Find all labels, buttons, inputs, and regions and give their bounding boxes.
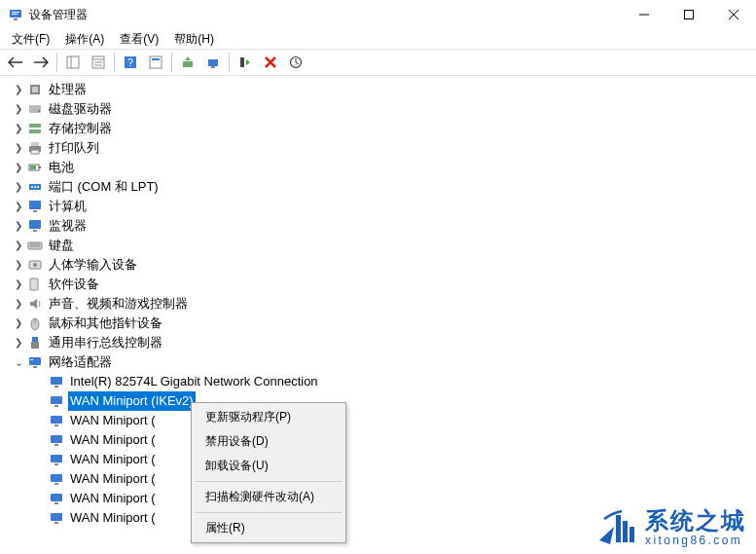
category-label: 处理器 [47,80,89,99]
ctx-update-driver[interactable]: 更新驱动程序(P) [194,405,343,429]
adapter-label: WAN Miniport ( [68,469,158,489]
expand-arrow-icon[interactable]: ❯ [12,333,25,352]
tree-item-adapter[interactable]: Intel(R) 82574L Gigabit Network Connecti… [33,372,756,391]
close-button[interactable] [711,0,756,29]
collapse-arrow-icon[interactable]: ⌄ [12,352,25,372]
context-menu: 更新驱动程序(P) 禁用设备(D) 卸载设备(U) 扫描检测硬件改动(A) 属性… [191,402,346,543]
expand-arrow-icon[interactable]: ❯ [12,294,25,314]
expand-arrow-icon[interactable]: ❯ [12,80,25,99]
tree-item-adapter[interactable]: WAN Miniport ( [33,411,756,430]
expand-arrow-icon[interactable]: ❯ [12,138,25,158]
scan-hardware-button[interactable] [201,51,225,74]
action-button[interactable] [144,51,167,74]
ctx-properties[interactable]: 属性(R) [194,516,343,540]
menu-view[interactable]: 查看(V) [112,29,166,49]
back-button[interactable] [4,51,27,74]
tree-item-adapter[interactable]: WAN Miniport ( [33,508,756,528]
svg-rect-18 [183,61,193,67]
tree-category[interactable]: ❯ 计算机 [12,197,756,216]
expand-arrow-icon[interactable]: ❯ [12,158,25,177]
tree-item-adapter[interactable]: WAN Miniport ( [33,469,756,489]
tree-item-adapter[interactable]: WAN Miniport ( [33,450,756,469]
category-label: 电池 [47,158,76,177]
svg-rect-32 [31,142,39,146]
update-driver-button[interactable] [176,51,199,74]
ctx-scan-hardware[interactable]: 扫描检测硬件改动(A) [194,485,343,509]
svg-rect-44 [33,230,37,232]
forward-button[interactable] [29,51,53,74]
software-icon [27,277,43,292]
tree-category[interactable]: ❯ 端口 (COM 和 LPT) [12,177,756,197]
svg-rect-62 [51,416,62,424]
properties-button[interactable] [87,51,110,74]
svg-rect-71 [54,502,58,504]
battery-icon [27,160,43,175]
printer-icon [27,140,43,156]
category-label: 软件设备 [47,275,101,294]
svg-rect-73 [54,522,58,524]
expand-arrow-icon[interactable]: ❯ [12,119,25,138]
watermark-url: xitong86.com [645,535,746,546]
tree-category[interactable]: ❯ 鼠标和其他指针设备 [12,314,756,333]
category-label: 鼠标和其他指针设备 [47,314,164,333]
expand-arrow-icon[interactable]: ❯ [12,236,25,255]
ctx-uninstall-device[interactable]: 卸载设备(U) [194,454,343,478]
tree-category[interactable]: ❯ 处理器 [12,80,756,99]
tree-category[interactable]: ❯ 打印队列 [12,138,756,158]
expand-arrow-icon[interactable]: ❯ [12,177,25,197]
menu-action[interactable]: 操作(A) [57,29,112,49]
category-label: 计算机 [47,197,89,216]
tree-category[interactable]: ❯ 软件设备 [12,275,756,294]
tree-category[interactable]: ❯ 键盘 [12,236,756,255]
scan-changes-button[interactable] [284,51,307,74]
menu-file[interactable]: 文件(F) [4,29,57,49]
tree-category[interactable]: ❯ 存储控制器 [12,119,756,138]
adapter-label: WAN Miniport ( [68,508,158,528]
tree-category-network[interactable]: ⌄ 网络适配器 [12,352,756,372]
monitor-icon [27,218,43,234]
svg-rect-29 [29,124,41,128]
tree-item-adapter[interactable]: WAN Miniport (IKEv2) [33,391,756,411]
tree-category[interactable]: ❯ 监视器 [12,216,756,236]
minimize-button[interactable] [622,0,666,29]
expand-arrow-icon[interactable]: ❯ [12,255,25,275]
category-label: 存储控制器 [47,119,114,138]
disable-button[interactable] [234,51,257,74]
svg-rect-65 [54,444,58,446]
svg-point-49 [33,263,37,267]
maximize-button[interactable] [666,0,711,29]
window-controls [622,0,756,29]
expand-arrow-icon[interactable]: ❯ [12,197,25,216]
svg-rect-3 [14,18,18,20]
svg-rect-64 [51,435,62,443]
help-button[interactable]: ? [119,51,142,74]
tree-category[interactable]: ❯ 声音、视频和游戏控制器 [12,294,756,314]
adapter-icon [49,393,64,409]
expand-arrow-icon[interactable]: ❯ [12,99,25,119]
category-label: 打印队列 [47,138,101,158]
tree-item-adapter[interactable]: WAN Miniport ( [33,430,756,450]
svg-rect-30 [29,129,41,133]
expand-arrow-icon[interactable]: ❯ [12,275,25,294]
tree-category[interactable]: ❯ 通用串行总线控制器 [12,333,756,352]
toolbar-separator [114,53,115,72]
ctx-disable-device[interactable]: 禁用设备(D) [194,429,343,454]
category-label: 声音、视频和游戏控制器 [47,294,190,314]
network-icon [27,354,43,370]
category-label: 通用串行总线控制器 [47,333,164,352]
svg-rect-68 [51,474,62,482]
tree-category[interactable]: ❯ 电池 [12,158,756,177]
app-icon [8,7,23,22]
show-hide-console-button[interactable] [61,51,85,74]
tree-item-adapter[interactable]: WAN Miniport ( [33,489,756,508]
menu-help[interactable]: 帮助(H) [166,29,222,49]
monitor-icon [27,199,43,214]
expand-arrow-icon[interactable]: ❯ [12,314,25,333]
tree-category[interactable]: ❯ 人体学输入设备 [12,255,756,275]
svg-rect-56 [33,366,37,368]
expand-arrow-icon[interactable]: ❯ [12,216,25,236]
svg-rect-16 [150,56,162,68]
tree-category[interactable]: ❯ 磁盘驱动器 [12,99,756,119]
svg-rect-42 [33,210,37,212]
uninstall-button[interactable] [259,51,282,74]
